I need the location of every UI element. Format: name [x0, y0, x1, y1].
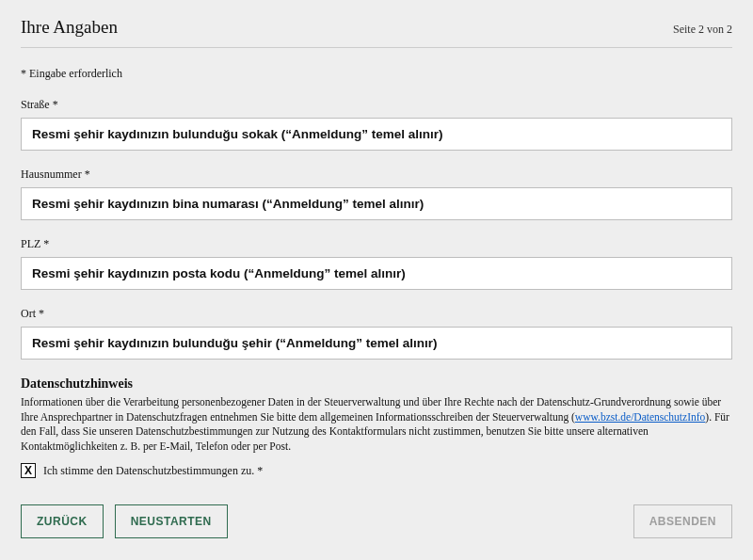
- button-row: ZURÜCK NEUSTARTEN ABSENDEN: [21, 504, 732, 538]
- privacy-checkbox[interactable]: X: [21, 463, 36, 478]
- privacy-checkbox-label: Ich stimme den Datenschutzbestimmungen z…: [43, 464, 263, 478]
- field-street: Straße *: [21, 98, 732, 151]
- plz-input[interactable]: [21, 257, 732, 290]
- street-input[interactable]: [21, 118, 732, 151]
- field-ort: Ort *: [21, 307, 732, 360]
- field-housenumber: Hausnummer *: [21, 168, 732, 220]
- form-page: Ihre Angaben Seite 2 von 2 * Eingabe erf…: [0, 0, 753, 560]
- privacy-link[interactable]: www.bzst.de/DatenschutzInfo: [575, 411, 706, 423]
- page-title: Ihre Angaben: [21, 17, 118, 38]
- button-group-left: ZURÜCK NEUSTARTEN: [21, 504, 228, 538]
- ort-input[interactable]: [21, 327, 732, 360]
- housenumber-label: Hausnummer *: [21, 168, 732, 182]
- plz-label: PLZ *: [21, 237, 732, 251]
- restart-button[interactable]: NEUSTARTEN: [115, 504, 228, 538]
- privacy-text: Informationen über die Verarbeitung pers…: [21, 395, 732, 454]
- submit-button[interactable]: ABSENDEN: [633, 504, 732, 538]
- required-note: * Eingabe erforderlich: [21, 67, 732, 81]
- back-button[interactable]: ZURÜCK: [21, 504, 104, 538]
- page-indicator: Seite 2 von 2: [673, 23, 732, 37]
- street-label: Straße *: [21, 98, 732, 112]
- form-header: Ihre Angaben Seite 2 von 2: [21, 17, 732, 48]
- housenumber-input[interactable]: [21, 187, 732, 220]
- privacy-checkbox-row: X Ich stimme den Datenschutzbestimmungen…: [21, 463, 732, 478]
- ort-label: Ort *: [21, 307, 732, 321]
- field-plz: PLZ *: [21, 237, 732, 290]
- privacy-heading: Datenschutzhinweis: [21, 376, 732, 392]
